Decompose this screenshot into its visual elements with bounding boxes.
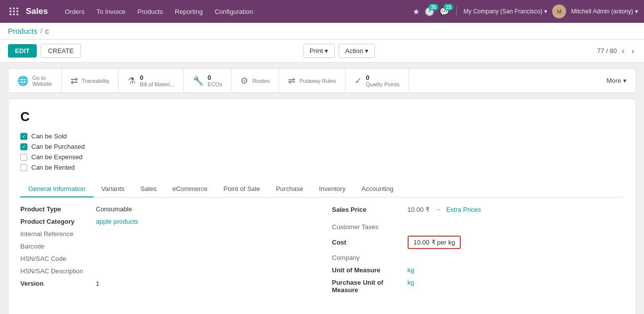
purchase-uom-value[interactable]: kg	[408, 279, 415, 286]
uom-value[interactable]: kg	[408, 266, 415, 274]
grid-menu-icon[interactable]	[6, 3, 22, 19]
tabs: General Information Variants Sales eComm…	[20, 181, 624, 197]
nav-orders[interactable]: Orders	[60, 5, 89, 18]
tab-variants[interactable]: Variants	[93, 181, 133, 197]
prev-button[interactable]: ‹	[620, 46, 626, 57]
more-chevron-icon: ▾	[623, 77, 627, 84]
checkbox-expensed[interactable]	[20, 154, 27, 161]
more-label: More	[606, 77, 621, 84]
tab-inventory[interactable]: Inventory	[311, 181, 354, 197]
field-hsn-code: HSN/SAC Code	[20, 255, 312, 262]
product-category-value[interactable]: apple products	[96, 218, 138, 225]
tab-pos[interactable]: Point of Sale	[215, 181, 268, 197]
sales-price-value: 10.00 ₹	[408, 206, 429, 213]
form-right-col: Sales Price 10.00 ₹ → Extra Prices Custo…	[332, 205, 624, 299]
action-dropdown[interactable]: Action ▾	[339, 44, 375, 58]
edit-button[interactable]: EDIT	[8, 44, 37, 58]
bom-icon: ⚗	[128, 75, 136, 86]
top-nav: Sales Orders To Invoice Products Reporti…	[0, 0, 644, 23]
tab-purchase[interactable]: Purchase	[268, 181, 311, 197]
cost-value[interactable]: 10.00 ₹ per kg	[408, 236, 461, 249]
field-version: Version 1	[20, 280, 312, 287]
bom-label: Bill of Materi...	[140, 81, 174, 87]
website-icon: 🌐	[17, 75, 28, 86]
avatar[interactable]: M	[552, 4, 566, 18]
company-selector[interactable]: My Company (San Francisco) ▾	[464, 8, 548, 15]
smart-btn-putaway[interactable]: ⇌ Putaway Rules	[279, 69, 345, 92]
print-dropdown[interactable]: Print ▾	[303, 44, 335, 58]
breadcrumb-parent[interactable]: Products	[8, 27, 37, 35]
messages-btn[interactable]: 💬 15	[439, 7, 449, 16]
nav-links: Orders To Invoice Products Reporting Con…	[60, 5, 412, 18]
action-label: Action	[345, 47, 363, 55]
eco-label: ECOs	[208, 81, 222, 87]
sales-price-label: Sales Price	[332, 206, 402, 213]
traceability-label: Traceability	[82, 78, 110, 84]
internal-ref-label: Internal Reference	[20, 230, 90, 238]
checkbox-rented[interactable]	[20, 164, 27, 171]
main-content: 🌐 Go toWebsite ⇄ Traceability ⚗ 0 Bill o…	[0, 63, 644, 314]
nav-configuration[interactable]: Configuration	[210, 5, 258, 18]
extra-prices-link[interactable]: Extra Prices	[446, 206, 481, 213]
product-type-value: Consumable	[96, 205, 132, 213]
field-hsn-desc: HSN/SAC Description	[20, 267, 312, 275]
tab-ecommerce[interactable]: eCommerce	[164, 181, 215, 197]
smart-btn-bom[interactable]: ⚗ 0 Bill of Materi...	[119, 69, 184, 92]
nav-reporting[interactable]: Reporting	[170, 5, 208, 18]
pagination-text: 77 / 80	[597, 47, 617, 55]
more-button[interactable]: More ▾	[597, 69, 636, 92]
messages-badge: 15	[443, 4, 453, 10]
checkboxes-section: Can be Sold Can be Purchased Can be Expe…	[20, 132, 624, 171]
hsn-code-label: HSN/SAC Code	[20, 255, 90, 262]
app-name: Sales	[26, 6, 48, 16]
field-purchase-uom: Purchase Unit ofMeasure kg	[332, 279, 624, 294]
user-selector[interactable]: Mitchell Admin (antony) ▾	[571, 8, 638, 15]
form-left-col: Product Type Consumable Product Category…	[20, 205, 312, 299]
nav-separator	[456, 6, 457, 16]
field-product-category: Product Category apple products	[20, 218, 312, 225]
checkbox-rented-label: Can be Rented	[31, 164, 74, 171]
star-icon-btn[interactable]: ★	[413, 7, 420, 16]
smart-btn-routes[interactable]: ⚙ Routes	[231, 69, 279, 92]
field-uom: Unit of Measure kg	[332, 266, 624, 274]
smart-btn-quality[interactable]: ✓ 0 Quality Points	[346, 69, 409, 92]
product-category-label: Product Category	[20, 218, 90, 225]
create-button[interactable]: CREATE	[41, 44, 81, 58]
routes-icon: ⚙	[240, 75, 248, 86]
company-dropdown-icon: ▾	[544, 8, 547, 15]
checkbox-sold-label: Can be Sold	[31, 132, 67, 140]
hsn-desc-label: HSN/SAC Description	[20, 267, 90, 275]
version-value: 1	[96, 280, 99, 287]
tab-sales[interactable]: Sales	[133, 181, 165, 197]
quality-icon: ✓	[355, 75, 362, 86]
eco-icon: 🔧	[193, 75, 204, 86]
putaway-icon: ⇌	[288, 75, 295, 86]
notifications-btn[interactable]: 🕐 35	[425, 7, 434, 16]
checkbox-sold[interactable]	[20, 133, 27, 140]
smart-btn-eco[interactable]: 🔧 0 ECOs	[184, 69, 231, 92]
purchase-uom-label: Purchase Unit ofMeasure	[332, 279, 402, 294]
checkbox-row-purchased: Can be Purchased	[20, 143, 624, 150]
field-sales-price: Sales Price 10.00 ₹ → Extra Prices	[332, 205, 624, 218]
checkbox-purchased[interactable]	[20, 143, 27, 150]
arrow-right-icon: →	[434, 205, 441, 213]
next-button[interactable]: ›	[630, 46, 636, 57]
sales-price-value-row: 10.00 ₹ → Extra Prices	[408, 205, 481, 213]
smart-btn-website[interactable]: 🌐 Go toWebsite	[8, 69, 62, 92]
eco-count: 0	[208, 74, 222, 81]
smart-btn-traceability[interactable]: ⇄ Traceability	[62, 69, 119, 92]
field-product-type: Product Type Consumable	[20, 205, 312, 213]
putaway-label: Putaway Rules	[299, 78, 336, 84]
field-internal-ref: Internal Reference	[20, 230, 312, 238]
checkbox-row-expensed: Can be Expensed	[20, 153, 624, 161]
checkbox-expensed-label: Can be Expensed	[31, 153, 82, 161]
tab-general[interactable]: General Information	[20, 181, 93, 197]
field-company: Company	[332, 254, 624, 261]
version-label: Version	[20, 280, 90, 287]
nav-to-invoice[interactable]: To Invoice	[91, 5, 131, 18]
nav-products[interactable]: Products	[133, 5, 168, 18]
barcode-label: Barcode	[20, 243, 90, 250]
quality-label: Quality Points	[366, 81, 400, 87]
tab-accounting[interactable]: Accounting	[354, 181, 401, 197]
checkbox-purchased-label: Can be Purchased	[31, 143, 85, 150]
